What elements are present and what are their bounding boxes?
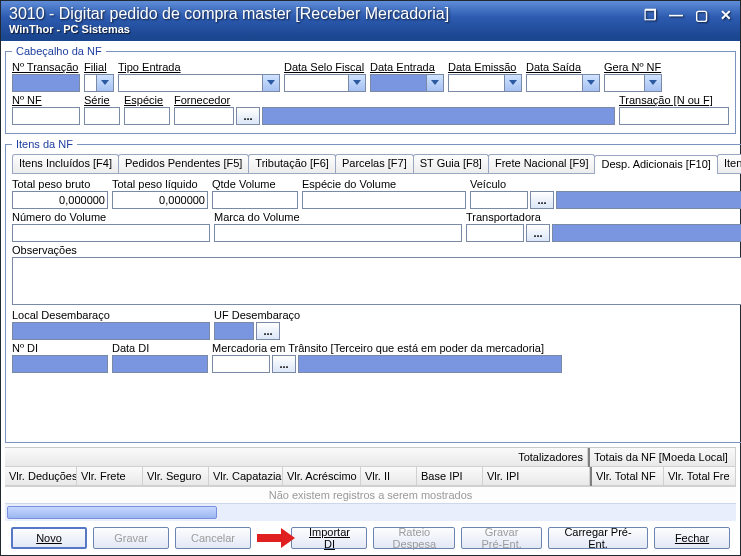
input-serie[interactable] bbox=[84, 107, 120, 125]
input-data-di[interactable] bbox=[112, 355, 208, 373]
label-data-di: Data DI bbox=[112, 342, 208, 354]
title-bar: 3010 - Digitar pedido de compra master [… bbox=[1, 1, 740, 41]
input-total-peso-bruto[interactable] bbox=[12, 191, 108, 209]
tab-itens-incluidos[interactable]: Itens Incluídos [F4] bbox=[12, 154, 119, 173]
label-n-transacao: Nº Transação bbox=[12, 61, 80, 73]
label-data-entrada: Data Entrada bbox=[370, 61, 444, 73]
col-vlr-ipi[interactable]: Vlr. IPI bbox=[483, 467, 590, 486]
grid-header-totais-nf: Totais da NF [Moeda Local] bbox=[590, 448, 736, 467]
gravar-button[interactable]: Gravar bbox=[93, 527, 169, 549]
input-especie-volume[interactable] bbox=[302, 191, 466, 209]
input-transportadora-cod[interactable] bbox=[466, 224, 524, 242]
label-data-emissao: Data Emissão bbox=[448, 61, 522, 73]
input-mercadoria-cod[interactable] bbox=[212, 355, 270, 373]
input-fornecedor-nome[interactable] bbox=[262, 107, 615, 125]
label-especie: Espécie bbox=[124, 94, 170, 106]
grid-no-records: Não existem registros a serem mostrados bbox=[5, 486, 736, 503]
fechar-button[interactable]: Fechar bbox=[654, 527, 730, 549]
col-vlr-capatazia[interactable]: Vlr. Capatazia bbox=[209, 467, 283, 486]
input-numero-volume[interactable] bbox=[12, 224, 210, 242]
col-vlr-acrescimo[interactable]: Vlr. Acréscimo bbox=[283, 467, 361, 486]
lookup-transportadora-button[interactable]: ... bbox=[526, 224, 550, 242]
col-vlr-total-nf[interactable]: Vlr. Total NF bbox=[592, 467, 664, 486]
cabecalho-legend: Cabeçalho da NF bbox=[12, 45, 106, 57]
col-vlr-frete[interactable]: Vlr. Frete bbox=[77, 467, 143, 486]
tab-frete-nacional[interactable]: Frete Nacional [F9] bbox=[488, 154, 596, 173]
lookup-fornecedor-button[interactable]: ... bbox=[236, 107, 260, 125]
cancelar-button[interactable]: Cancelar bbox=[175, 527, 251, 549]
button-bar: Novo Gravar Cancelar Importar DI Rateio … bbox=[5, 521, 736, 555]
label-especie-volume: Espécie do Volume bbox=[302, 178, 466, 190]
maximize-icon[interactable]: ▢ bbox=[695, 7, 708, 23]
label-marca-volume: Marca do Volume bbox=[214, 211, 462, 223]
label-gera-no-nf: Gera Nº NF bbox=[604, 61, 662, 73]
totals-grid: Totalizadores Totais da NF [Moeda Local]… bbox=[5, 447, 736, 521]
input-fornecedor-cod[interactable] bbox=[174, 107, 234, 125]
label-qtde-volume: Qtde Volume bbox=[212, 178, 298, 190]
label-observacoes: Observações bbox=[12, 244, 741, 256]
input-n-transacao[interactable] bbox=[12, 74, 80, 92]
lookup-veiculo-button[interactable]: ... bbox=[530, 191, 554, 209]
carregar-pre-ent-button[interactable]: Carregar Pré-Ent. bbox=[548, 527, 648, 549]
input-uf-desembaraco[interactable] bbox=[214, 322, 254, 340]
red-arrow-icon bbox=[257, 530, 285, 546]
label-n-nf: Nº NF bbox=[12, 94, 80, 106]
label-data-saida: Data Saída bbox=[526, 61, 600, 73]
input-mercadoria-desc[interactable] bbox=[298, 355, 562, 373]
tab-parcelas[interactable]: Parcelas [F7] bbox=[335, 154, 414, 173]
select-filial[interactable] bbox=[84, 74, 114, 92]
label-serie: Série bbox=[84, 94, 120, 106]
label-veiculo: Veículo bbox=[470, 178, 741, 190]
itens-tabs: Itens Incluídos [F4] Pedidos Pendentes [… bbox=[12, 154, 741, 174]
restore-icon[interactable]: ❐ bbox=[644, 7, 657, 23]
input-n-nf[interactable] bbox=[12, 107, 80, 125]
col-vlr-total-fre[interactable]: Vlr. Total Fre bbox=[664, 467, 736, 486]
col-vlr-seguro[interactable]: Vlr. Seguro bbox=[143, 467, 209, 486]
input-n-di[interactable] bbox=[12, 355, 108, 373]
itens-fieldset: Itens da NF Itens Incluídos [F4] Pedidos… bbox=[5, 138, 741, 443]
label-total-peso-liquido: Total peso líquido bbox=[112, 178, 208, 190]
input-transportadora-desc[interactable] bbox=[552, 224, 741, 242]
grid-h-scrollbar[interactable] bbox=[5, 503, 736, 521]
input-qtde-volume[interactable] bbox=[212, 191, 298, 209]
minimize-icon[interactable]: — bbox=[669, 7, 683, 23]
select-tipo-entrada[interactable] bbox=[118, 74, 280, 92]
window-subtitle: WinThor - PC Sistemas bbox=[9, 23, 732, 35]
col-base-ipi[interactable]: Base IPI bbox=[417, 467, 483, 486]
label-uf-desembaraco: UF Desembaraço bbox=[214, 309, 334, 321]
tab-itens-overflow[interactable]: Itens bbox=[717, 154, 741, 173]
gravar-pre-ent-button[interactable]: Gravar Pré-Ent. bbox=[461, 527, 542, 549]
label-total-peso-bruto: Total peso bruto bbox=[12, 178, 108, 190]
cabecalho-fieldset: Cabeçalho da NF Nº Transação Filial Tipo… bbox=[5, 45, 736, 134]
lookup-mercadoria-button[interactable]: ... bbox=[272, 355, 296, 373]
grid-header-totalizadores: Totalizadores bbox=[5, 448, 588, 467]
col-vlr-deducoes[interactable]: Vlr. Deduções bbox=[5, 467, 77, 486]
label-transacao-nouf: Transação [N ou F] bbox=[619, 94, 729, 106]
itens-legend: Itens da NF bbox=[12, 138, 77, 150]
tab-pedidos-pendentes[interactable]: Pedidos Pendentes [F5] bbox=[118, 154, 249, 173]
close-icon[interactable]: ✕ bbox=[720, 7, 732, 23]
importar-di-button[interactable]: Importar DI bbox=[291, 527, 367, 549]
input-transacao-nouf[interactable] bbox=[619, 107, 729, 125]
rateio-despesa-button[interactable]: Rateio Despesa bbox=[373, 527, 455, 549]
label-tipo-entrada: Tipo Entrada bbox=[118, 61, 280, 73]
lookup-uf-desembaraco-button[interactable]: ... bbox=[256, 322, 280, 340]
label-local-desembaraco: Local Desembaraço bbox=[12, 309, 210, 321]
input-marca-volume[interactable] bbox=[214, 224, 462, 242]
col-vlr-ii[interactable]: Vlr. II bbox=[361, 467, 417, 486]
label-n-di: Nº DI bbox=[12, 342, 108, 354]
label-data-selo-fiscal: Data Selo Fiscal bbox=[284, 61, 366, 73]
input-especie[interactable] bbox=[124, 107, 170, 125]
input-local-desembaraco[interactable] bbox=[12, 322, 210, 340]
tab-st-guia[interactable]: ST Guia [F8] bbox=[413, 154, 489, 173]
label-transportadora: Transportadora bbox=[466, 211, 741, 223]
input-veiculo-desc[interactable] bbox=[556, 191, 741, 209]
tab-desp-adicionais[interactable]: Desp. Adicionais [F10] bbox=[594, 155, 717, 174]
label-filial: Filial bbox=[84, 61, 114, 73]
tab-tributacao[interactable]: Tributação [F6] bbox=[248, 154, 336, 173]
textarea-observacoes[interactable] bbox=[12, 257, 741, 305]
label-mercadoria-transito: Mercadoria em Trânsito [Terceiro que est… bbox=[212, 342, 562, 354]
novo-button[interactable]: Novo bbox=[11, 527, 87, 549]
input-total-peso-liquido[interactable] bbox=[112, 191, 208, 209]
input-veiculo-cod[interactable] bbox=[470, 191, 528, 209]
